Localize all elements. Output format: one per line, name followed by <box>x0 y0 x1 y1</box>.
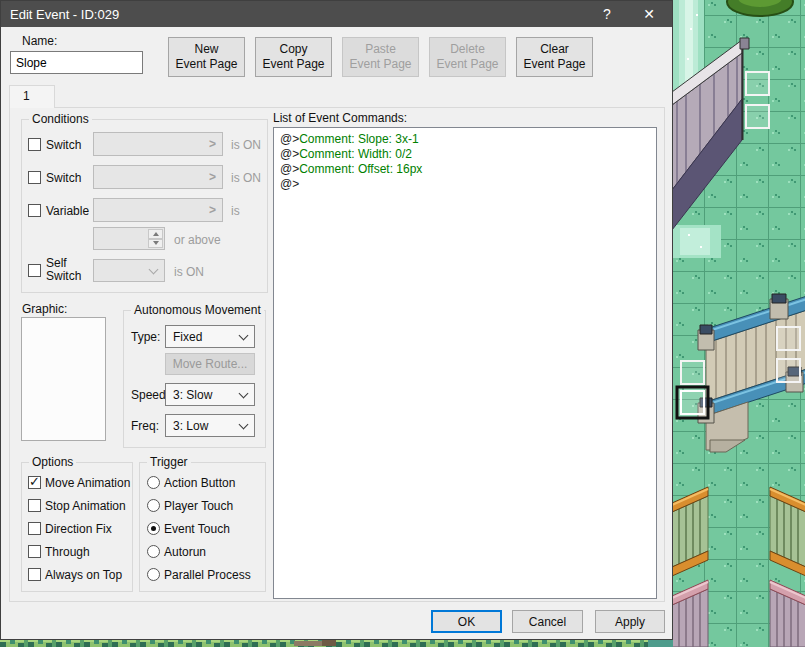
variable-label[interactable]: Variable <box>46 204 89 218</box>
selected-event-marker <box>677 387 708 418</box>
spinner-up-icon <box>148 229 163 239</box>
autorun-label[interactable]: Autorun <box>164 545 206 559</box>
always-on-top-label[interactable]: Always on Top <box>45 568 122 582</box>
type-combo[interactable]: Fixed <box>165 325 255 348</box>
move-route-button: Move Route... <box>165 353 255 375</box>
command-line[interactable]: @>Comment: Slope: 3x-1 <box>280 132 650 147</box>
dialog-title: Edit Event - ID:029 <box>1 7 588 22</box>
through-checkbox[interactable] <box>28 545 41 558</box>
switch1-field: > <box>93 132 223 156</box>
spinner-down-icon <box>148 239 163 249</box>
switch1-label[interactable]: Switch <box>46 138 81 152</box>
chevron-down-icon <box>149 264 159 274</box>
self-switch-label-2[interactable]: Switch <box>46 269 81 283</box>
graphic-label: Graphic: <box>22 302 67 316</box>
switch2-label[interactable]: Switch <box>46 171 81 185</box>
graphic-selector-box[interactable] <box>21 317 106 441</box>
freq-combo[interactable]: 3: Low <box>165 414 255 437</box>
chevron-down-icon <box>239 388 249 398</box>
commands-label: List of Event Commands: <box>273 111 407 125</box>
paste-event-page-button: Paste Event Page <box>342 37 419 77</box>
staircase-orange-left <box>672 487 708 576</box>
stop-animation-label[interactable]: Stop Animation <box>45 499 126 513</box>
self-switch-checkbox[interactable] <box>28 264 41 277</box>
event-marker <box>681 361 704 384</box>
self-switch-label-1[interactable]: Self <box>46 256 67 270</box>
dialog-titlebar[interactable]: Edit Event - ID:029 ? ✕ <box>1 1 672 27</box>
direction-fix-label[interactable]: Direction Fix <box>45 522 112 536</box>
type-label: Type: <box>131 330 160 344</box>
switch2-browse-icon: > <box>209 170 216 184</box>
options-legend: Options <box>29 455 76 469</box>
event-commands-list[interactable]: @>Comment: Slope: 3x-1 @>Comment: Width:… <box>273 127 657 599</box>
hedge-strip <box>0 639 673 647</box>
copy-event-page-button[interactable]: Copy Event Page <box>255 37 332 77</box>
event-marker <box>746 72 769 95</box>
command-line[interactable]: @> <box>280 177 650 192</box>
player-touch-label[interactable]: Player Touch <box>164 499 233 513</box>
apply-button[interactable]: Apply <box>595 610 665 633</box>
switch1-suffix: is ON <box>231 138 261 152</box>
through-label[interactable]: Through <box>45 545 90 559</box>
chevron-down-icon <box>239 419 249 429</box>
name-input[interactable] <box>10 51 143 74</box>
cancel-button[interactable]: Cancel <box>512 610 583 633</box>
freq-label: Freq: <box>131 419 159 433</box>
stop-animation-checkbox[interactable] <box>28 499 41 512</box>
movement-legend: Autonomous Movement <box>131 303 264 317</box>
help-button[interactable]: ? <box>588 1 626 27</box>
conditions-legend: Conditions <box>29 112 92 126</box>
event-marker <box>746 105 769 128</box>
self-switch-suffix: is ON <box>174 265 204 279</box>
staircase-orange-right <box>770 487 805 576</box>
switch1-checkbox[interactable] <box>28 138 41 151</box>
close-icon[interactable]: ✕ <box>626 1 672 27</box>
direction-fix-checkbox[interactable] <box>28 522 41 535</box>
switch1-browse-icon: > <box>209 137 216 151</box>
move-animation-checkbox[interactable] <box>28 476 41 489</box>
trigger-legend: Trigger <box>147 455 191 469</box>
autorun-radio[interactable] <box>147 545 160 558</box>
always-on-top-checkbox[interactable] <box>28 568 41 581</box>
move-animation-label[interactable]: Move Animation <box>45 476 130 490</box>
self-switch-combo <box>93 259 165 282</box>
event-touch-radio[interactable] <box>147 522 160 535</box>
event-marker <box>777 327 800 350</box>
speed-label: Speed: <box>131 388 169 402</box>
variable-field: > <box>93 198 223 222</box>
clear-event-page-button[interactable]: Clear Event Page <box>516 37 593 77</box>
action-button-radio[interactable] <box>147 476 160 489</box>
parallel-process-label[interactable]: Parallel Process <box>164 568 251 582</box>
new-event-page-button[interactable]: New Event Page <box>168 37 245 77</box>
parallel-process-radio[interactable] <box>147 568 160 581</box>
player-touch-radio[interactable] <box>147 499 160 512</box>
edit-event-dialog: Edit Event - ID:029 ? ✕ Name: New Event … <box>0 0 673 640</box>
action-button-label[interactable]: Action Button <box>164 476 235 490</box>
switch2-suffix: is ON <box>231 171 261 185</box>
variable-amount-spinner <box>93 227 165 250</box>
command-line[interactable]: @>Comment: Offset: 16px <box>280 162 650 177</box>
speed-combo[interactable]: 3: Slow <box>165 383 255 406</box>
switch2-field: > <box>93 165 223 189</box>
or-above-label: or above <box>174 233 221 247</box>
variable-suffix: is <box>231 204 240 218</box>
ok-button[interactable]: OK <box>431 610 502 633</box>
tab-page-1[interactable]: 1 <box>9 85 55 108</box>
variable-checkbox[interactable] <box>28 204 41 217</box>
chevron-down-icon <box>239 330 249 340</box>
name-label: Name: <box>22 34 57 48</box>
delete-event-page-button: Delete Event Page <box>429 37 506 77</box>
event-touch-label[interactable]: Event Touch <box>164 522 230 536</box>
switch2-checkbox[interactable] <box>28 171 41 184</box>
event-marker <box>777 359 800 382</box>
variable-browse-icon: > <box>209 203 216 217</box>
command-line[interactable]: @>Comment: Width: 0/2 <box>280 147 650 162</box>
